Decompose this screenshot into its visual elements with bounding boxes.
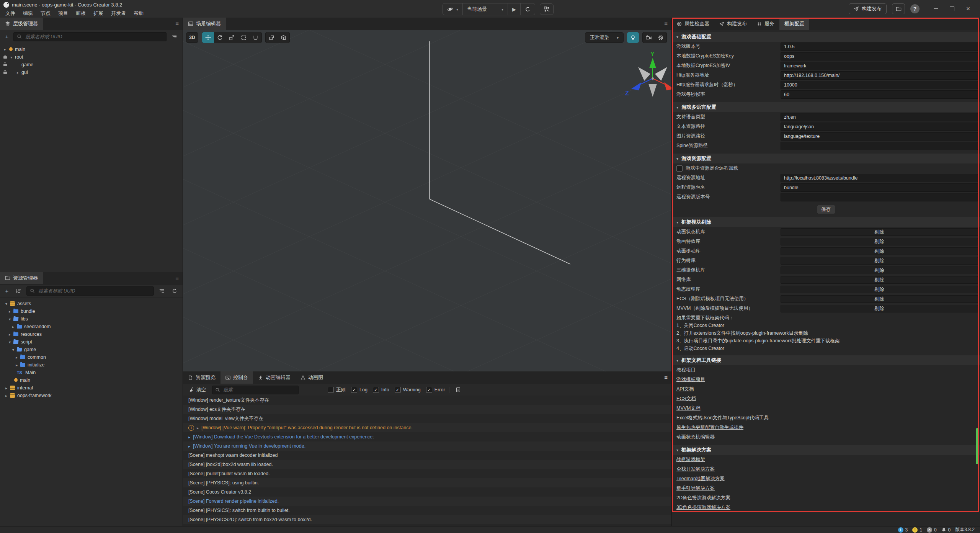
- menu-item[interactable]: 开发者: [107, 10, 130, 17]
- tab-service[interactable]: 服务: [752, 18, 779, 30]
- console-filter-log[interactable]: ✓Log: [351, 387, 368, 393]
- delete-module-button[interactable]: 剔除: [781, 266, 978, 274]
- tree-chevron-icon[interactable]: ▸: [16, 355, 20, 360]
- tab-build[interactable]: 构建发布: [714, 18, 752, 30]
- console-filter-正则[interactable]: 正则: [328, 387, 346, 393]
- config-field-input[interactable]: [781, 52, 978, 60]
- info-count[interactable]: i 3: [898, 527, 908, 533]
- expand-arrow-icon[interactable]: ▸: [188, 435, 190, 439]
- menu-item[interactable]: 项目: [54, 10, 72, 17]
- console-filter-warning[interactable]: ✓Warning: [395, 387, 421, 393]
- snap-button[interactable]: [266, 32, 278, 43]
- delete-module-button[interactable]: 剔除: [781, 305, 978, 312]
- config-field-input[interactable]: [781, 174, 978, 182]
- expand-arrow-icon[interactable]: ▸: [197, 426, 199, 430]
- open-project-folder-button[interactable]: [892, 3, 905, 14]
- doc-link[interactable]: 教程项目: [676, 365, 696, 375]
- tab-scene-editor[interactable]: 场景编辑器: [183, 18, 226, 30]
- config-field-input[interactable]: [781, 142, 978, 150]
- scene-select[interactable]: 当前场景 ▾: [463, 3, 508, 15]
- tree-chevron-icon[interactable]: ▾: [9, 340, 13, 344]
- checkbox-icon[interactable]: [328, 387, 334, 393]
- section-resource-config[interactable]: ▾ 游戏资源配置: [672, 154, 980, 163]
- doc-link[interactable]: 游戏模板项目: [676, 375, 705, 384]
- toggle-3d-button[interactable]: 3D: [186, 32, 198, 43]
- console-log-line[interactable]: ▸[Window] You are running Vue in develop…: [183, 441, 671, 451]
- console-log-line[interactable]: !▸[Window] [Vue warn]: Property "onInput…: [183, 423, 671, 432]
- doc-link[interactable]: 2D角色扮演游戏解决方案: [676, 493, 730, 503]
- tree-chevron-icon[interactable]: ▾: [10, 55, 15, 59]
- tab-animation-graph[interactable]: 动画图: [296, 371, 328, 384]
- restart-preview-button[interactable]: [521, 3, 535, 15]
- tree-chevron-icon[interactable]: ▸: [12, 325, 17, 329]
- rect-tool-button[interactable]: [238, 32, 250, 43]
- tree-chevron-icon[interactable]: ▾: [9, 317, 13, 321]
- scene-settings-button[interactable]: [655, 32, 666, 43]
- doc-link[interactable]: Tiledmap地图解决方案: [676, 474, 725, 484]
- hierarchy-tree-node[interactable]: ▾root: [0, 53, 183, 61]
- console-log-line[interactable]: [Window] model_view文件夹不存在: [183, 414, 671, 423]
- tab-asset-preview[interactable]: 资源预览: [183, 371, 220, 384]
- delete-module-button[interactable]: 剔除: [781, 295, 978, 303]
- console-log-line[interactable]: [Scene] [box2d]:box2d wasm lib loaded.: [183, 460, 671, 469]
- delete-module-button[interactable]: 剔除: [781, 228, 978, 236]
- create-asset-button[interactable]: +: [3, 287, 11, 295]
- scrollbar-thumb[interactable]: [976, 428, 979, 464]
- doc-link[interactable]: 3D角色扮演游戏解决方案: [676, 503, 730, 512]
- error-count[interactable]: × 0: [927, 527, 937, 533]
- doc-link[interactable]: API文档: [676, 384, 694, 394]
- tree-chevron-icon[interactable]: ▸: [9, 332, 13, 337]
- asset-tree-node[interactable]: main: [0, 376, 183, 384]
- doc-link[interactable]: MVVM文档: [676, 404, 701, 413]
- assets-search[interactable]: [26, 286, 154, 296]
- doc-link[interactable]: 全栈开发解决方案: [676, 464, 715, 474]
- delete-module-button[interactable]: 剔除: [781, 247, 978, 255]
- doc-link[interactable]: 动画状态机编辑器: [676, 432, 715, 442]
- console-log-line[interactable]: [Scene] [PHYSICS2D]: switch from box2d-w…: [183, 515, 671, 524]
- checkbox-icon[interactable]: ✓: [395, 387, 401, 393]
- tree-chevron-icon[interactable]: ▸: [5, 394, 10, 398]
- section-i18n-config[interactable]: ▾ 游戏多语言配置: [672, 102, 980, 112]
- config-field-input[interactable]: [781, 123, 978, 131]
- preview-qr-button[interactable]: [540, 3, 554, 15]
- tab-animation-editor[interactable]: 动画编辑器: [253, 371, 296, 384]
- remote-load-checkbox[interactable]: [676, 165, 683, 172]
- move-tool-button[interactable]: [202, 32, 214, 43]
- console-log-line[interactable]: [Window] render_texture文件夹不存在: [183, 396, 671, 405]
- tree-chevron-icon[interactable]: ▸: [16, 363, 20, 367]
- asset-tree-node[interactable]: ▸internal: [0, 384, 183, 392]
- hierarchy-tree-node[interactable]: game: [0, 61, 183, 69]
- tree-chevron-icon[interactable]: ▸: [17, 70, 21, 75]
- section-basic-config[interactable]: ▾ 游戏基础配置: [672, 32, 980, 42]
- asset-tree-node[interactable]: ▸common: [0, 353, 183, 361]
- hierarchy-tree-node[interactable]: ▸gui: [0, 69, 183, 76]
- console-log-line[interactable]: ▸[Window] Download the Vue Devtools exte…: [183, 432, 671, 441]
- console-filter-error[interactable]: ✓Error: [426, 387, 445, 393]
- gizmo-tool-button[interactable]: [250, 32, 261, 43]
- tree-chevron-icon[interactable]: ▸: [5, 386, 10, 390]
- checkbox-icon[interactable]: ✓: [373, 387, 379, 393]
- hierarchy-menu-icon[interactable]: ≡: [175, 20, 179, 27]
- scene-viewport[interactable]: Y X Z 3D: [183, 30, 671, 371]
- pivot-button[interactable]: [278, 32, 289, 43]
- tree-chevron-icon[interactable]: ▸: [9, 309, 13, 314]
- asset-tree-node[interactable]: ▾script: [0, 338, 183, 346]
- console-log-line[interactable]: [Scene] Cocos Creator v3.8.2: [183, 487, 671, 497]
- warning-count[interactable]: ! 1: [912, 527, 922, 533]
- config-field-input[interactable]: [781, 113, 978, 121]
- scene-camera-button[interactable]: [643, 32, 655, 43]
- asset-tree-node[interactable]: ▾assets: [0, 300, 183, 307]
- tree-chevron-icon[interactable]: ▾: [4, 47, 8, 52]
- hierarchy-filter-button[interactable]: [169, 33, 180, 40]
- maximize-button[interactable]: [944, 3, 960, 15]
- asset-tree-node[interactable]: ▸bundle: [0, 307, 183, 315]
- hierarchy-tree-node[interactable]: ▾main: [0, 46, 183, 53]
- hierarchy-search-input[interactable]: [24, 34, 163, 40]
- assets-refresh-button[interactable]: [170, 288, 180, 294]
- config-field-input[interactable]: [781, 81, 978, 89]
- play-button[interactable]: ▶: [508, 3, 521, 15]
- notification-count[interactable]: 0: [941, 527, 951, 533]
- console-filter-info[interactable]: ✓Info: [373, 387, 389, 393]
- rotate-tool-button[interactable]: [214, 32, 226, 43]
- console-log-line[interactable]: [Window] ecs文件夹不存在: [183, 405, 671, 414]
